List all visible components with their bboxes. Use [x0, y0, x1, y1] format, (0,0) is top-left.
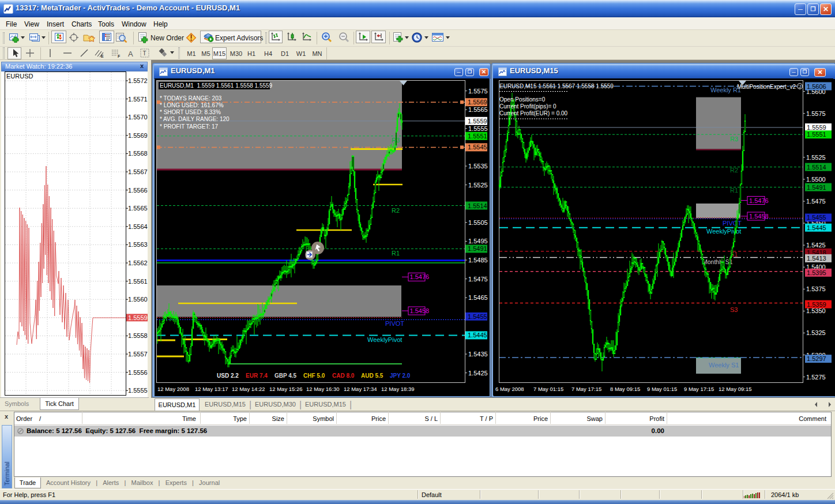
svg-text:WeeklyPivot: WeeklyPivot	[367, 336, 402, 343]
svg-text:9 May 01:15: 9 May 01:15	[647, 386, 677, 392]
svg-text:E: E	[101, 54, 104, 58]
svg-text:1.5561: 1.5561	[128, 278, 148, 285]
svg-text:1.5565: 1.5565	[128, 205, 148, 212]
svg-text:EURUSD,M15 1.5561 1.5567 1.55: EURUSD,M15 1.5561 1.5567 1.5558 1.5559	[499, 83, 614, 89]
svg-text:EURUSD: EURUSD	[6, 73, 33, 80]
svg-text:AUD 5.5: AUD 5.5	[361, 373, 383, 379]
svg-text:1.5465: 1.5465	[468, 294, 488, 301]
svg-text:7 May 01:15: 7 May 01:15	[533, 386, 563, 392]
svg-text:1.5558: 1.5558	[128, 332, 148, 339]
svg-text:1.5575: 1.5575	[806, 110, 826, 117]
svg-text:1.5606: 1.5606	[807, 83, 826, 90]
svg-text:1.5551: 1.5551	[807, 131, 826, 138]
svg-text:USD 2.2: USD 2.2	[217, 373, 239, 379]
svg-text:1.5562: 1.5562	[128, 259, 148, 266]
svg-text:12 May 15:26: 12 May 15:26	[269, 386, 303, 392]
svg-text:EURUSD,M1 1.5559 1.5561 1.555: EURUSD,M1 1.5559 1.5561 1.5558 1.5559	[160, 82, 273, 89]
svg-text:1.5559: 1.5559	[468, 118, 487, 125]
svg-text:1.5435: 1.5435	[468, 351, 488, 358]
svg-text:12 May 13:17: 12 May 13:17	[195, 386, 228, 392]
svg-text:* SHORT USED: 8.33%: * SHORT USED: 8.33%	[160, 109, 221, 115]
svg-text:1.5569: 1.5569	[128, 132, 148, 139]
svg-text:Open Positions=0: Open Positions=0	[499, 96, 546, 103]
svg-text:1.5359: 1.5359	[807, 301, 826, 308]
svg-text:1.5569: 1.5569	[468, 99, 487, 106]
svg-text:12 May 09:15: 12 May 09:15	[719, 386, 752, 392]
svg-text:1.5559: 1.5559	[128, 314, 148, 321]
svg-text:1.5557: 1.5557	[128, 351, 148, 358]
svg-text:1.5514: 1.5514	[468, 202, 487, 209]
svg-text:* TODAYS RANGE: 203: * TODAYS RANGE: 203	[160, 95, 222, 101]
svg-text:1.5375: 1.5375	[806, 285, 826, 292]
svg-text:1.5564: 1.5564	[128, 223, 148, 230]
svg-text:1.5525: 1.5525	[468, 182, 488, 189]
svg-text:12 May 16:30: 12 May 16:30	[306, 386, 340, 392]
svg-text:1.5571: 1.5571	[128, 96, 148, 103]
svg-text:1.5491: 1.5491	[807, 184, 826, 191]
svg-text:1.5297: 1.5297	[807, 355, 826, 362]
svg-text:Monthly S1: Monthly S1	[702, 258, 733, 265]
svg-text:CHF 5.0: CHF 5.0	[303, 373, 325, 379]
svg-text:1.5413: 1.5413	[807, 255, 826, 262]
svg-text:JPY 2.0: JPY 2.0	[390, 373, 411, 379]
svg-text:1.5445: 1.5445	[807, 224, 826, 231]
svg-text:1.5525: 1.5525	[806, 154, 826, 161]
svg-text:* PROFIT TARGET: 17: * PROFIT TARGET: 17	[160, 123, 219, 130]
svg-text:1.5458: 1.5458	[410, 307, 430, 314]
svg-text:R2: R2	[392, 207, 400, 214]
svg-text:1.5476: 1.5476	[410, 273, 430, 280]
svg-text:* LONG USED: 161.67%: * LONG USED: 161.67%	[160, 102, 224, 108]
svg-text:R2: R2	[730, 167, 738, 174]
svg-text:GBP 4.5: GBP 4.5	[274, 373, 297, 379]
svg-text:12 May 18:39: 12 May 18:39	[381, 386, 415, 392]
svg-text:1.5535: 1.5535	[468, 163, 488, 170]
svg-text:1.5445: 1.5445	[468, 332, 487, 338]
svg-text:1.5491: 1.5491	[468, 245, 487, 252]
svg-text:Current Profit(EUR) = 0.00: Current Profit(EUR) = 0.00	[499, 110, 568, 116]
svg-text:1.5485: 1.5485	[468, 257, 488, 264]
svg-text:12 May 14:22: 12 May 14:22	[232, 386, 265, 392]
svg-text:R1: R1	[730, 187, 738, 194]
svg-text:8 May 09:15: 8 May 09:15	[610, 386, 640, 392]
svg-text:1.5505: 1.5505	[468, 219, 488, 226]
svg-text:EUR 7.4: EUR 7.4	[246, 373, 268, 379]
svg-text:Weekly S1: Weekly S1	[709, 362, 739, 368]
svg-text:F: F	[118, 54, 121, 58]
svg-text:12 May 2008: 12 May 2008	[157, 386, 189, 392]
svg-text:1.5560: 1.5560	[128, 296, 148, 303]
svg-text:PIVOT: PIVOT	[385, 320, 404, 327]
svg-text:1.5559: 1.5559	[807, 124, 826, 131]
svg-text:7 May 17:15: 7 May 17:15	[571, 386, 601, 392]
svg-text:1.5565: 1.5565	[468, 106, 488, 113]
svg-text:1.5425: 1.5425	[806, 242, 826, 249]
svg-text:1.5570: 1.5570	[128, 114, 148, 121]
svg-text:1.5514: 1.5514	[807, 164, 826, 171]
svg-text:1.5555: 1.5555	[128, 387, 148, 394]
svg-text:1.5325: 1.5325	[806, 329, 826, 336]
svg-text:1.5475: 1.5475	[468, 276, 488, 283]
svg-text:* AVG. DAILY RANGE: 120: * AVG. DAILY RANGE: 120	[160, 116, 230, 122]
svg-text:1.5455: 1.5455	[807, 214, 826, 221]
svg-text:T: T	[143, 50, 146, 57]
svg-text:CAD 8.0: CAD 8.0	[332, 373, 355, 379]
svg-text:9 May 17:15: 9 May 17:15	[684, 386, 714, 392]
svg-text:MultiPositionExpert_v2: MultiPositionExpert_v2	[737, 84, 796, 90]
svg-text:PIVOT: PIVOT	[723, 220, 742, 227]
svg-text:1.5545: 1.5545	[468, 144, 487, 151]
svg-text:1.5575: 1.5575	[468, 88, 488, 95]
svg-text:1.5556: 1.5556	[128, 369, 148, 376]
svg-text:12 May 17:34: 12 May 17:34	[344, 386, 377, 392]
svg-text:R3: R3	[730, 136, 738, 142]
svg-text:1.5567: 1.5567	[128, 168, 148, 175]
svg-text:Current Profit(pips)= 0: Current Profit(pips)= 0	[499, 103, 556, 110]
svg-text:Weekly R1: Weekly R1	[710, 86, 741, 93]
svg-text:1.5476: 1.5476	[749, 197, 769, 204]
svg-text:1.5275: 1.5275	[806, 374, 826, 381]
svg-text:1.5495: 1.5495	[468, 238, 488, 245]
svg-text:R1: R1	[392, 250, 400, 257]
svg-text:1.5551: 1.5551	[468, 133, 487, 140]
svg-text:1.5475: 1.5475	[806, 198, 826, 205]
svg-text:1.5455: 1.5455	[468, 313, 487, 320]
svg-text:S3: S3	[730, 306, 738, 313]
svg-text:1.5555: 1.5555	[468, 125, 488, 132]
